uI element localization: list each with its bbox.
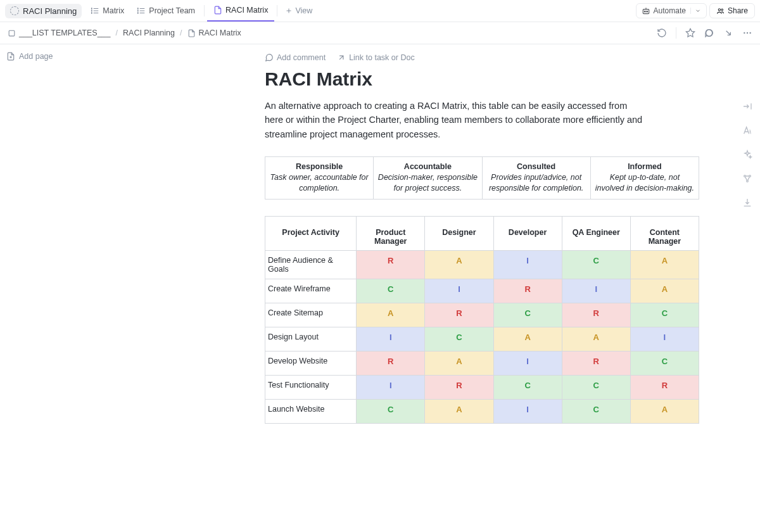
activity-cell[interactable]: Test Functionality [265, 376, 357, 400]
table-row: Create SitemapARCRC [265, 303, 699, 327]
definition-title: Informed [595, 162, 695, 171]
sparkle-icon[interactable] [742, 149, 752, 160]
chevron-down-icon[interactable] [690, 8, 701, 14]
raci-cell[interactable]: R [357, 251, 425, 279]
more-icon[interactable] [742, 28, 752, 38]
raci-cell[interactable]: I [357, 376, 425, 400]
add-page-button[interactable]: Add page [6, 52, 103, 61]
page-title[interactable]: RACI Matrix [265, 68, 735, 90]
raci-cell[interactable]: I [493, 352, 562, 376]
raci-cell[interactable]: C [493, 303, 562, 327]
users-icon [716, 7, 725, 15]
project-name: RACI Planning [23, 6, 77, 16]
activity-cell[interactable]: Design Layout [265, 327, 357, 352]
project-status-icon [10, 6, 19, 15]
open-external-icon[interactable] [723, 28, 733, 38]
export-icon[interactable] [742, 198, 752, 208]
raci-cell[interactable]: A [630, 279, 699, 303]
raci-cell[interactable]: R [357, 352, 425, 376]
header-role[interactable]: Content Manager [630, 217, 699, 251]
relationships-icon[interactable] [742, 174, 752, 184]
comments-icon[interactable] [704, 28, 714, 38]
raci-cell[interactable]: I [493, 251, 562, 279]
raci-cell[interactable]: C [562, 251, 630, 279]
automate-button[interactable]: Automate [636, 3, 707, 18]
raci-cell[interactable]: I [425, 279, 493, 303]
svg-point-4 [721, 8, 723, 10]
link-task-label: Link to task or Doc [349, 53, 415, 62]
raci-cell[interactable]: I [562, 279, 630, 303]
activity-cell[interactable]: Create Sitemap [265, 303, 357, 327]
definition-title: Consulted [486, 162, 586, 171]
table-row: Launch WebsiteCAICA [265, 400, 699, 424]
star-icon[interactable] [685, 28, 695, 38]
share-button[interactable]: Share [709, 3, 755, 18]
breadcrumb-root[interactable]: ___LIST TEMPLATES___ [8, 28, 111, 37]
raci-cell[interactable]: A [425, 400, 493, 424]
raci-cell[interactable]: R [493, 279, 562, 303]
list-icon [91, 6, 99, 15]
link-task-button[interactable]: Link to task or Doc [337, 53, 415, 62]
project-chip[interactable]: RACI Planning [5, 4, 82, 18]
svg-point-3 [718, 8, 720, 10]
tab-label: Matrix [103, 6, 124, 15]
definition-responsible[interactable]: Responsible Task owner, accountable for … [265, 157, 374, 199]
raci-cell[interactable]: I [357, 327, 425, 352]
activity-cell[interactable]: Launch Website [265, 400, 357, 424]
raci-cell[interactable]: C [562, 400, 630, 424]
raci-cell[interactable]: A [425, 251, 493, 279]
tab-project-team[interactable]: Project Team [130, 0, 201, 22]
definition-consulted[interactable]: Consulted Provides input/advice, not res… [483, 157, 591, 199]
raci-cell[interactable]: A [425, 352, 493, 376]
raci-cell[interactable]: A [562, 327, 630, 352]
raci-cell[interactable]: R [562, 352, 630, 376]
breadcrumb-separator: / [116, 28, 118, 37]
raci-cell[interactable]: R [425, 303, 493, 327]
raci-cell[interactable]: I [493, 400, 562, 424]
raci-cell[interactable]: C [493, 376, 562, 400]
left-sidebar: Add page [0, 44, 109, 532]
activity-cell[interactable]: Create Wireframe [265, 279, 357, 303]
activity-cell[interactable]: Define Audience & Goals [265, 251, 357, 279]
tab-raci-matrix[interactable]: RACI Matrix [207, 0, 274, 22]
raci-cell[interactable]: C [630, 352, 699, 376]
typography-icon[interactable] [742, 125, 752, 136]
actions-divider [676, 27, 676, 39]
table-row: Test FunctionalityIRCCR [265, 376, 699, 400]
history-icon[interactable] [657, 28, 667, 38]
raci-cell[interactable]: R [562, 303, 630, 327]
breadcrumb-parent[interactable]: RACI Planning [123, 28, 175, 37]
header-role[interactable]: QA Engineer [562, 217, 630, 251]
activity-cell[interactable]: Develop Website [265, 352, 357, 376]
header-role[interactable]: Product Manager [357, 217, 425, 251]
breadcrumb-current[interactable]: RACI Matrix [187, 28, 241, 37]
definition-accountable[interactable]: Accountable Decision-maker, responsible … [374, 157, 482, 199]
raci-cell[interactable]: C [357, 400, 425, 424]
header-role[interactable]: Developer [493, 217, 562, 251]
header-activity[interactable]: Project Activity [265, 217, 357, 251]
page-actions [657, 27, 752, 39]
svg-rect-5 [9, 30, 15, 36]
raci-cell[interactable]: C [562, 376, 630, 400]
raci-cell[interactable]: R [630, 376, 699, 400]
raci-cell[interactable]: A [630, 251, 699, 279]
page-description[interactable]: An alternative approach to creating a RA… [265, 99, 645, 141]
add-view-button[interactable]: View [280, 6, 317, 15]
raci-cell[interactable]: A [630, 400, 699, 424]
svg-point-6 [706, 30, 713, 37]
add-comment-button[interactable]: Add comment [265, 53, 326, 62]
raci-cell[interactable]: C [630, 303, 699, 327]
raci-cell[interactable]: C [425, 327, 493, 352]
raci-cell[interactable]: C [357, 279, 425, 303]
raci-cell[interactable]: R [425, 376, 493, 400]
raci-cell[interactable]: A [357, 303, 425, 327]
raci-cell[interactable]: A [493, 327, 562, 352]
raci-cell[interactable]: I [630, 327, 699, 352]
header-role[interactable]: Designer [425, 217, 493, 251]
top-bar: RACI Planning Matrix Project Team RACI M… [0, 0, 760, 22]
definition-informed[interactable]: Informed Kept up-to-date, not involved i… [591, 157, 699, 199]
definition-body: Decision-maker, responsible for project … [377, 172, 478, 194]
tab-matrix[interactable]: Matrix [84, 0, 130, 22]
definition-title: Accountable [377, 162, 478, 171]
collapse-icon[interactable] [742, 101, 752, 111]
